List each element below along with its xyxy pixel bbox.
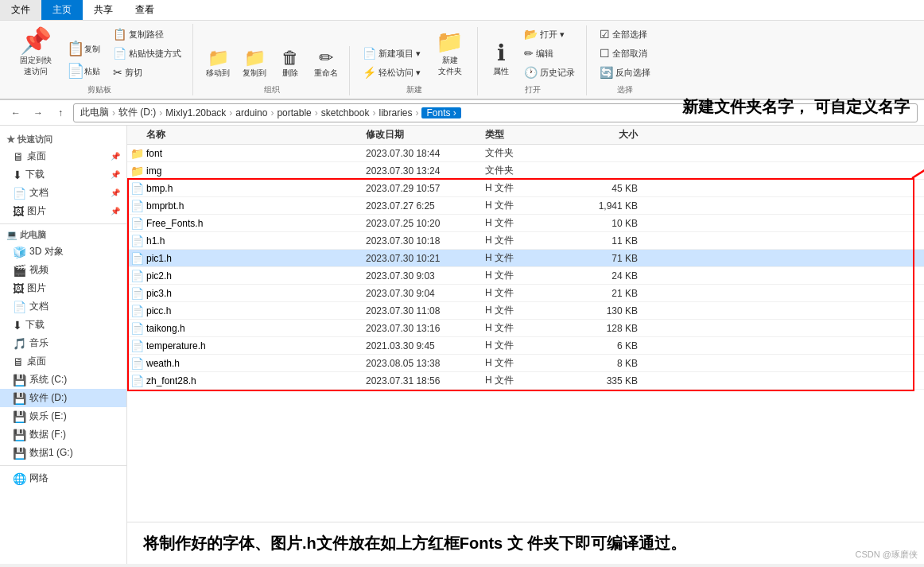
select-all-button[interactable]: ☑ 全部选择 — [595, 25, 655, 43]
file-area-wrapper: 名称 修改日期 类型 大小 📁 font 2023.07.30 18:44 文件… — [127, 126, 924, 564]
tab-home[interactable]: 主页 — [41, 0, 83, 20]
table-row[interactable]: 📄 zh_font28.h 2023.07.31 18:56 H 文件 335 … — [127, 372, 924, 390]
sidebar-divider2 — [0, 465, 126, 466]
pin-to-quickaccess-button[interactable]: 📌 固定到快速访问 — [13, 24, 59, 81]
tab-view[interactable]: 查看 — [124, 0, 165, 20]
sidebar-item-downloads-quick[interactable]: ⬇ 下载 📌 — [0, 165, 126, 184]
sidebar-item-c-drive[interactable]: 💾 系统 (C:) — [0, 371, 126, 389]
sidebar-item-documents[interactable]: 📄 文档 — [0, 297, 126, 316]
file-row-icon: 📁 — [127, 165, 146, 177]
easy-access-button[interactable]: ⚡ 轻松访问 ▾ — [358, 64, 425, 81]
downloads-quick-icon: ⬇ — [13, 169, 22, 181]
file-row-type: H 文件 — [485, 356, 565, 370]
new-item-icon: 📄 — [363, 47, 376, 60]
paste-shortcut-button[interactable]: 📄 粘贴快捷方式 — [108, 45, 186, 62]
sidebar-item-pictures[interactable]: 🖼 图片 — [0, 279, 126, 297]
back-button[interactable]: ← — [6, 103, 25, 122]
table-row[interactable]: 📄 temperature.h 2021.03.30 9:45 H 文件 6 K… — [127, 337, 924, 355]
sidebar-item-pictures-quick[interactable]: 🖼 图片 📌 — [0, 202, 126, 220]
addr-mixly[interactable]: Mixly1.20back — [165, 107, 226, 118]
cut-button[interactable]: ✂ 剪切 — [108, 64, 186, 81]
table-row[interactable]: 📄 bmprbt.h 2023.07.27 6:25 H 文件 1,941 KB — [127, 197, 924, 215]
sidebar-item-desktop-quick[interactable]: 🖥 桌面 📌 — [0, 147, 126, 165]
table-row[interactable]: 📄 weath.h 2023.08.05 13:38 H 文件 8 KB — [127, 355, 924, 372]
file-row-date: 2023.07.30 13:24 — [366, 165, 485, 177]
file-row-name: h1.h — [146, 235, 350, 247]
file-row-size: 128 KB — [565, 323, 644, 334]
file-row-size: 1,941 KB — [565, 200, 644, 212]
sidebar-item-g-drive[interactable]: 💾 数据1 (G:) — [0, 444, 126, 462]
table-row[interactable]: 📄 h1.h 2023.07.30 10:18 H 文件 11 KB — [127, 232, 924, 250]
copy-path-button[interactable]: 📋 复制路径 — [108, 25, 186, 43]
d-drive-icon: 💾 — [13, 392, 26, 405]
addr-d-drive[interactable]: 软件 (D:) — [118, 106, 156, 119]
annotation-title: 新建文件夹名字， 可自定义名字 — [682, 95, 910, 118]
file-row-date: 2023.07.31 18:56 — [366, 375, 485, 386]
file-row-name: pic1.h — [146, 253, 350, 264]
select-none-button[interactable]: ☐ 全部取消 — [595, 45, 655, 62]
tab-share[interactable]: 共享 — [83, 0, 124, 20]
sidebar-item-music[interactable]: 🎵 音乐 — [0, 334, 126, 352]
table-row[interactable]: 📄 bmp.h 2023.07.29 10:57 H 文件 45 KB — [127, 180, 924, 197]
col-header-name[interactable]: 名称 — [127, 128, 350, 142]
e-drive-icon: 💾 — [13, 410, 26, 423]
table-row[interactable]: 📄 Free_Fonts.h 2023.07.25 10:20 H 文件 10 … — [127, 215, 924, 232]
sidebar-item-docs-quick[interactable]: 📄 文档 📌 — [0, 184, 126, 202]
sidebar-item-downloads[interactable]: ⬇ 下载 — [0, 316, 126, 334]
forward-button[interactable]: → — [29, 103, 48, 122]
table-row[interactable]: 📄 pic1.h 2023.07.30 10:21 H 文件 71 KB — [127, 250, 924, 267]
rename-button[interactable]: ✏ 重命名 — [309, 46, 343, 81]
col-header-date[interactable]: 修改日期 — [366, 128, 485, 142]
file-row-date: 2023.07.30 10:18 — [366, 235, 485, 247]
music-icon: 🎵 — [13, 337, 26, 350]
table-row[interactable]: 📁 font 2023.07.30 18:44 文件夹 — [127, 145, 924, 162]
addr-arduino[interactable]: arduino — [235, 107, 267, 118]
file-row-date: 2023.07.29 10:57 — [366, 183, 485, 194]
sidebar: ★ 快速访问 🖥 桌面 📌 ⬇ 下载 📌 📄 文档 📌 🖼 图片 📌 💻 此电脑… — [0, 126, 127, 564]
edit-icon: ✏ — [524, 47, 534, 60]
docs-quick-icon: 📄 — [13, 187, 26, 200]
addr-portable[interactable]: portable — [277, 107, 311, 118]
copy-button[interactable]: 📋 复制 — [62, 38, 105, 59]
paste-icon: 📄 — [67, 64, 84, 78]
open-button[interactable]: 📂 打开 ▾ — [519, 25, 580, 43]
table-row[interactable]: 📄 taikong.h 2023.07.30 13:16 H 文件 128 KB — [127, 320, 924, 337]
sidebar-item-d-drive[interactable]: 💾 软件 (D:) — [0, 389, 126, 407]
addr-libraries[interactable]: libraries — [379, 107, 412, 118]
invert-selection-button[interactable]: 🔄 反向选择 — [595, 64, 655, 81]
file-row-name: zh_font28.h — [146, 375, 350, 386]
paste-button[interactable]: 📄 粘贴 — [62, 60, 105, 81]
file-row-icon: 📄 — [127, 182, 146, 195]
file-row-name: pic2.h — [146, 270, 350, 282]
table-row[interactable]: 📄 picc.h 2023.07.30 11:08 H 文件 130 KB — [127, 302, 924, 320]
sidebar-item-network[interactable]: 🌐 网络 — [0, 469, 126, 487]
copy-to-button[interactable]: 📁 复制到 — [238, 46, 271, 81]
tab-file[interactable]: 文件 — [0, 0, 41, 20]
col-header-size[interactable]: 大小 — [565, 128, 644, 142]
sidebar-item-3dobjects[interactable]: 🧊 3D 对象 — [0, 243, 126, 261]
up-button[interactable]: ↑ — [51, 103, 70, 122]
properties-button[interactable]: ℹ 属性 — [486, 38, 516, 81]
new-item-button[interactable]: 📄 新建项目 ▾ — [358, 45, 425, 62]
addr-sketchbook[interactable]: sketchbook — [321, 107, 370, 118]
edit-button[interactable]: ✏ 编辑 — [519, 45, 580, 62]
sidebar-item-video[interactable]: 🎬 视频 — [0, 261, 126, 279]
delete-button[interactable]: 🗑 删除 — [274, 46, 306, 81]
move-to-button[interactable]: 📁 移动到 — [201, 46, 235, 81]
table-row[interactable]: 📁 img 2023.07.30 13:24 文件夹 — [127, 162, 924, 180]
sidebar-item-desktop[interactable]: 🖥 桌面 — [0, 352, 126, 371]
new-folder-button[interactable]: 📁 新建文件夹 — [429, 27, 471, 81]
file-row-size: 10 KB — [565, 218, 644, 229]
file-row-icon: 📄 — [127, 340, 146, 352]
history-button[interactable]: 🕐 历史记录 — [519, 64, 580, 81]
c-drive-icon: 💾 — [13, 374, 26, 386]
table-row[interactable]: 📄 pic2.h 2023.07.30 9:03 H 文件 24 KB — [127, 267, 924, 285]
sidebar-item-f-drive[interactable]: 💾 数据 (F:) — [0, 425, 126, 444]
table-row[interactable]: 📄 pic3.h 2023.07.30 9:04 H 文件 21 KB — [127, 285, 924, 302]
file-row-icon: 📄 — [127, 357, 146, 370]
col-header-type[interactable]: 类型 — [485, 128, 565, 142]
addr-this-pc[interactable]: 此电脑 — [80, 106, 109, 119]
addr-fonts[interactable]: Fonts › — [421, 107, 460, 118]
file-row-icon: 📄 — [127, 305, 146, 317]
sidebar-item-e-drive[interactable]: 💾 娱乐 (E:) — [0, 407, 126, 425]
